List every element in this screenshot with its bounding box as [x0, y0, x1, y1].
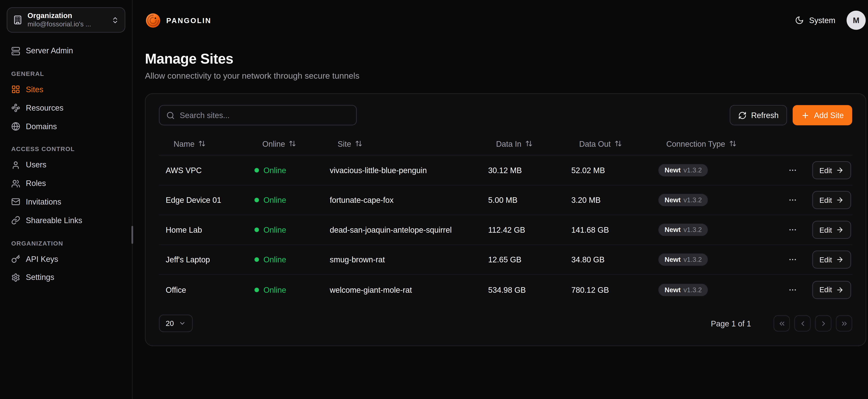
user-icon [11, 161, 20, 170]
edit-button[interactable]: Edit [812, 281, 851, 299]
edit-button[interactable]: Edit [812, 250, 851, 269]
column-header-data-out[interactable]: Data Out [564, 139, 652, 148]
sort-icon [289, 140, 296, 147]
column-header-site[interactable]: Site [323, 139, 482, 148]
edit-button[interactable]: Edit [812, 161, 851, 179]
connection-version: v1.3.2 [683, 166, 702, 174]
topbar-right: System M [795, 10, 866, 30]
waypoints-icon [11, 103, 20, 113]
column-header-name[interactable]: Name [159, 139, 248, 148]
sidebar-item-sites[interactable]: Sites [7, 81, 125, 99]
sidebar-item-label: Domains [26, 122, 57, 131]
edit-button[interactable]: Edit [812, 221, 851, 239]
avatar[interactable]: M [847, 10, 866, 30]
column-header-connection-type[interactable]: Connection Type [652, 139, 782, 148]
previous-page-button[interactable] [795, 315, 811, 332]
sidebar-item-settings[interactable]: Settings [7, 268, 125, 287]
refresh-button[interactable]: Refresh [730, 105, 787, 125]
org-switcher-title: Organization [28, 11, 106, 21]
row-menu-button[interactable] [786, 223, 799, 237]
sidebar-item-label: Invitations [26, 197, 61, 207]
site-slug-cell: fortunate-cape-fox [323, 195, 482, 205]
page-content: Manage Sites Allow connectivity to your … [133, 40, 868, 346]
last-page-button[interactable] [836, 315, 852, 332]
data-out-cell: 780.12 GB [564, 285, 652, 294]
refresh-label: Refresh [751, 111, 779, 119]
theme-toggle-label: System [809, 16, 835, 25]
sidebar-item-shareable-links[interactable]: Shareable Links [7, 211, 125, 229]
connection-version: v1.3.2 [683, 196, 702, 204]
data-out-cell: 3.20 MB [564, 195, 652, 205]
connection-type-cell: Newt v1.3.2 [652, 194, 782, 206]
row-menu-button[interactable] [786, 253, 799, 266]
online-dot-icon [254, 227, 259, 232]
globe-icon [11, 122, 20, 131]
online-label: Online [264, 195, 286, 205]
sidebar-item-roles[interactable]: Roles [7, 174, 125, 193]
column-header-online[interactable]: Online [248, 139, 323, 148]
data-in-cell: 534.98 GB [482, 285, 564, 294]
site-slug-cell: smug-brown-rat [323, 255, 482, 264]
sidebar-item-label: Server Admin [26, 46, 73, 56]
column-header-data-in[interactable]: Data In [482, 139, 564, 148]
sidebar-scrollbar[interactable] [131, 226, 133, 244]
sidebar-item-api-keys[interactable]: API Keys [7, 250, 125, 268]
edit-label: Edit [819, 226, 832, 233]
data-out-cell: 34.80 GB [564, 255, 652, 264]
edit-button[interactable]: Edit [812, 191, 851, 209]
online-dot-icon [254, 198, 259, 202]
sort-icon [615, 140, 622, 147]
add-site-button[interactable]: Add Site [793, 105, 852, 125]
connection-type-badge: Newt v1.3.2 [658, 253, 708, 266]
sidebar-item-label: Users [26, 160, 46, 170]
refresh-icon [738, 111, 747, 119]
search-icon [166, 111, 175, 119]
first-page-button[interactable] [774, 315, 790, 332]
table-header-row: Name Online Site Data In [159, 132, 852, 156]
row-menu-button[interactable] [786, 163, 799, 177]
column-label: Data Out [579, 139, 611, 148]
sidebar-item-server-admin[interactable]: Server Admin [7, 42, 125, 60]
sidebar-item-domains[interactable]: Domains [7, 117, 125, 135]
row-menu-button[interactable] [786, 193, 799, 207]
page-size-select[interactable]: 20 [159, 315, 193, 332]
sidebar-section-heading-access-control: ACCESS CONTROL [11, 146, 121, 153]
table-row: Office Online welcome-giant-mole-rat 534… [159, 275, 852, 305]
search-box [159, 105, 357, 125]
row-actions-cell: Edit [782, 250, 852, 269]
connection-type-badge: Newt v1.3.2 [658, 194, 708, 206]
org-switcher[interactable]: Organization milo@fossorial.io's ... [7, 7, 125, 33]
link-icon [11, 216, 20, 225]
next-page-button[interactable] [815, 315, 831, 332]
brand: PANGOLIN [145, 12, 212, 28]
gear-icon [11, 273, 20, 282]
row-actions-cell: Edit [782, 281, 852, 299]
search-input[interactable] [180, 111, 349, 120]
sidebar-section-heading-organization: ORGANIZATION [11, 240, 121, 247]
main-column: PANGOLIN System M Manage Sites Allow con… [133, 0, 868, 399]
arrow-right-icon [836, 196, 844, 204]
sidebar-item-invitations[interactable]: Invitations [7, 193, 125, 211]
sidebar-item-label: Settings [26, 273, 54, 282]
chevrons-right-icon [840, 319, 848, 327]
data-in-cell: 30.12 MB [482, 166, 564, 175]
online-dot-icon [254, 287, 259, 292]
connection-version: v1.3.2 [683, 226, 702, 234]
building-icon [13, 15, 22, 25]
sidebar-item-resources[interactable]: Resources [7, 99, 125, 117]
edit-label: Edit [819, 256, 832, 263]
theme-toggle-button[interactable]: System [795, 16, 835, 25]
column-label: Site [338, 139, 351, 148]
moon-icon [795, 16, 804, 25]
site-name-cell: Edge Device 01 [159, 195, 248, 205]
connection-type-cell: Newt v1.3.2 [652, 283, 782, 296]
toolbar-actions: Refresh Add Site [730, 105, 852, 125]
server-icon [11, 47, 20, 55]
row-menu-button[interactable] [786, 283, 799, 296]
sidebar-item-users[interactable]: Users [7, 156, 125, 174]
table-footer: 20 Page 1 of 1 [159, 315, 852, 332]
online-status-cell: Online [248, 166, 323, 175]
online-label: Online [264, 166, 286, 175]
sort-icon [729, 140, 736, 147]
sites-grid-icon [11, 85, 20, 94]
